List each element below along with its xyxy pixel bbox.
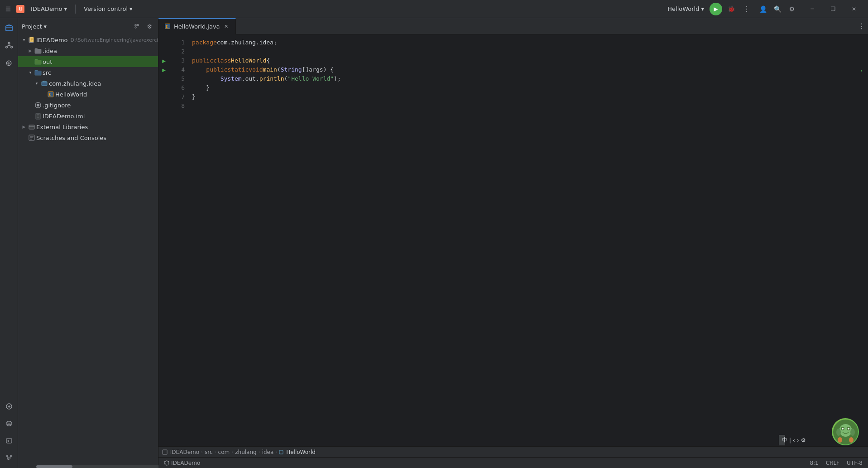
- tree-item-scratches[interactable]: Scratches and Consoles: [18, 132, 158, 143]
- tree-item-src[interactable]: ▾ src: [18, 67, 158, 78]
- code-line-5: System . out . println ( "Hello World" )…: [188, 74, 862, 83]
- sidebar-scrollbar-thumb[interactable]: [36, 465, 72, 468]
- main-layout: ⊕: [0, 18, 868, 468]
- sidebar-title-label: Project: [22, 23, 42, 30]
- svg-rect-23: [279, 450, 283, 454]
- ime-arrow-right[interactable]: ›: [797, 437, 799, 444]
- tree-item-gitignore[interactable]: .gitignore: [18, 100, 158, 111]
- external-libs-label: External Libraries: [36, 124, 156, 130]
- breadcrumb-item-src[interactable]: src: [205, 449, 213, 455]
- debug-bug-icon: 🐞: [728, 5, 735, 12]
- run-main-icon[interactable]: ▶: [162, 68, 166, 72]
- gutter-line-3[interactable]: ▶: [158, 56, 169, 65]
- paren-open: (: [277, 65, 281, 74]
- keyword-public: public: [192, 56, 213, 65]
- cursor-position-btn[interactable]: 8:1: [808, 458, 820, 468]
- status-bar: IDEADemo 8:1 CRLF UTF-8: [158, 457, 868, 468]
- minimize-button[interactable]: ─: [802, 0, 823, 18]
- expand-arrow-icon: ▾: [34, 80, 40, 87]
- mascot-character[interactable]: [832, 418, 859, 445]
- tree-item-idea[interactable]: ▶ .idea: [18, 45, 158, 56]
- ime-arrow-left[interactable]: ‹: [793, 437, 795, 444]
- recent-files-btn[interactable]: ⋮: [855, 20, 868, 33]
- svg-point-7: [8, 457, 10, 459]
- settings-button[interactable]: ⚙: [786, 3, 798, 15]
- class-name: HelloWorld: [231, 56, 266, 65]
- brace-open: {: [266, 56, 270, 65]
- code-content[interactable]: package com.zhulang.idea ; public class …: [188, 34, 862, 446]
- tree-item-external-libs[interactable]: ▶ External Libraries: [18, 121, 158, 132]
- gutter-line-4[interactable]: ▶: [158, 65, 169, 74]
- profile-button[interactable]: 👤: [757, 3, 769, 15]
- svg-rect-12: [42, 82, 47, 86]
- code-line-8: [188, 101, 862, 111]
- run-config-name: HelloWorld: [667, 5, 699, 12]
- expand-arrow-icon: ▾: [27, 69, 34, 76]
- tree-item-helloworld[interactable]: C HelloWorld: [18, 89, 158, 100]
- breadcrumb-item-com[interactable]: com: [218, 449, 230, 455]
- hamburger-menu-btn[interactable]: ☰: [4, 5, 13, 14]
- minimize-icon: ─: [810, 6, 814, 12]
- rail-more-btn[interactable]: ⊕: [1, 54, 17, 71]
- run-button[interactable]: ▶: [710, 3, 722, 15]
- rail-terminal-btn[interactable]: [1, 433, 17, 449]
- line-num-5: 5: [169, 74, 188, 83]
- rail-project-btn[interactable]: [1, 20, 17, 36]
- breadcrumb-item-helloworld[interactable]: HelloWorld: [279, 449, 316, 455]
- version-control-btn[interactable]: Version control ▾: [81, 5, 135, 13]
- gitignore-label: .gitignore: [43, 102, 156, 109]
- recent-files-icon: ⋮: [858, 22, 865, 30]
- run-more-button[interactable]: ⋮: [740, 3, 753, 15]
- tree-item-iml[interactable]: IDEADemo.iml: [18, 111, 158, 121]
- semicolon: ;: [273, 38, 277, 47]
- paren-close: ) {: [323, 65, 334, 74]
- charset-btn[interactable]: UTF-8: [845, 458, 864, 468]
- tab-helloworld-java[interactable]: C HelloWorld.java ✕: [158, 18, 236, 34]
- sidebar-header-title-btn[interactable]: Project ▾: [22, 23, 47, 30]
- ime-indicator[interactable]: 中 | ‹ › ⚙: [779, 435, 785, 445]
- debug-button[interactable]: 🐞: [725, 3, 738, 15]
- breadcrumb-item-zhulang[interactable]: zhulang: [235, 449, 256, 455]
- line-ending-label: CRLF: [826, 460, 839, 466]
- keyword-package: package: [192, 38, 217, 47]
- project-name-btn[interactable]: IDEADemo ▾: [28, 5, 70, 13]
- svg-point-34: [850, 429, 855, 436]
- code-line-7: }: [188, 92, 862, 101]
- code-editor[interactable]: ▶ ▶ 1 2 3 4 5 6 7 8: [158, 34, 868, 468]
- line-numbers: 1 2 3 4 5 6 7 8: [169, 34, 188, 446]
- search-everywhere-button[interactable]: 🔍: [771, 3, 784, 15]
- breadcrumb-item-ideademo[interactable]: IDEADemo: [162, 449, 199, 455]
- tree-item-package[interactable]: ▾ com.zhulang.idea: [18, 78, 158, 89]
- project-name-label: IDEADemo: [31, 5, 62, 12]
- tree-item-out[interactable]: out: [18, 56, 158, 67]
- rail-database-btn[interactable]: [1, 415, 17, 432]
- run-more-icon: ⋮: [743, 5, 750, 13]
- sidebar-scrollbar[interactable]: [36, 465, 177, 468]
- iml-icon: [34, 112, 42, 120]
- breadcrumb-item-idea[interactable]: idea: [262, 449, 274, 455]
- tab-close-btn[interactable]: ✕: [223, 23, 230, 30]
- sidebar-collapse-btn[interactable]: [132, 21, 142, 31]
- breadcrumb-bar: IDEADemo › src › com › zhulang › idea › …: [158, 446, 868, 457]
- rail-git-btn[interactable]: [1, 450, 17, 466]
- run-class-icon[interactable]: ▶: [162, 58, 166, 63]
- rail-plugins-btn[interactable]: [1, 398, 17, 415]
- rail-structure-btn[interactable]: [1, 37, 17, 53]
- charset-label: UTF-8: [847, 460, 863, 466]
- sidebar-settings-btn[interactable]: ⚙: [144, 21, 154, 31]
- restore-button[interactable]: ❐: [823, 0, 844, 18]
- tree-item-ideademo[interactable]: ▾ IDEADemo D:\SoftwareEngineering\java\e…: [18, 34, 158, 45]
- paren-open2: (: [284, 74, 288, 83]
- scratches-label: Scratches and Consoles: [36, 135, 156, 141]
- close-button[interactable]: ✕: [844, 0, 864, 18]
- git-branch-label: IDEADemo: [171, 460, 200, 466]
- hamburger-icon: ☰: [5, 5, 11, 13]
- window-controls: ─ ❐ ✕: [802, 0, 864, 18]
- run-config-selector[interactable]: HelloWorld ▾: [665, 5, 707, 13]
- run-config-area: HelloWorld ▾ ▶ 🐞 ⋮: [665, 3, 753, 15]
- gitignore-icon: [34, 101, 42, 109]
- paren-close2: );: [334, 74, 341, 83]
- line-ending-btn[interactable]: CRLF: [824, 458, 841, 468]
- git-status-btn[interactable]: IDEADemo: [162, 458, 202, 468]
- sidebar-scrollbar-area[interactable]: [18, 465, 158, 468]
